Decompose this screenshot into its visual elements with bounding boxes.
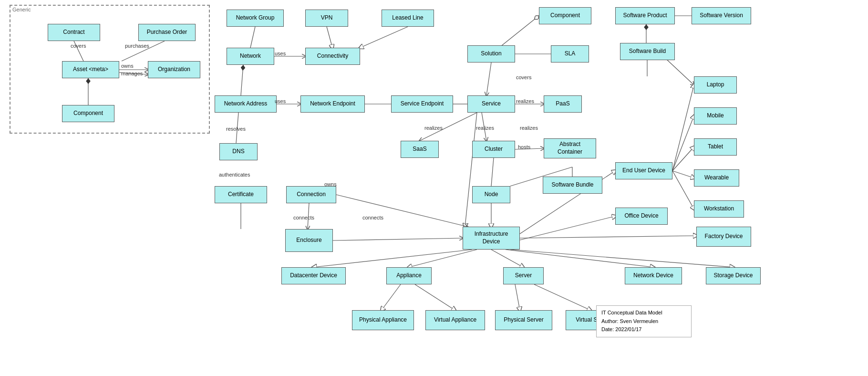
purchases-label: purchases <box>125 43 149 49</box>
svg-line-50 <box>520 216 615 240</box>
physical-server-node: Physical Server <box>495 310 552 330</box>
software-version-node: Software Version <box>692 7 751 24</box>
saas-node: SaaS <box>401 141 439 158</box>
datacenter-device-node: Datacenter Device <box>281 267 346 284</box>
abstract-container-node: Abstract Container <box>544 138 596 158</box>
authenticates-label: authenticates <box>219 172 250 178</box>
owns-label-2: owns <box>324 181 337 187</box>
software-product-node: Software Product <box>615 7 675 24</box>
paas-node: PaaS <box>544 95 582 113</box>
physical-appliance-node: Physical Appliance <box>352 310 414 330</box>
covers-label: covers <box>71 43 86 49</box>
factory-device-node: Factory Device <box>696 227 751 247</box>
appliance-node: Appliance <box>386 267 432 284</box>
svg-line-46 <box>672 147 694 171</box>
svg-line-5 <box>250 27 255 48</box>
certificate-node: Certificate <box>215 186 267 203</box>
svg-line-48 <box>672 171 694 209</box>
component-main-node: Component <box>539 7 591 24</box>
component-generic-node: Component <box>62 105 114 122</box>
virtual-appliance-node: Virtual Appliance <box>425 310 485 330</box>
uses-label-1: uses <box>275 51 286 56</box>
end-user-device-node: End User Device <box>615 162 672 179</box>
svg-line-9 <box>241 65 243 95</box>
svg-line-36 <box>382 284 401 310</box>
realizes-label-2: realizes <box>424 125 443 131</box>
node-node: Node <box>472 186 510 203</box>
network-device-node: Network Device <box>625 267 682 284</box>
vpn-node: VPN <box>305 10 348 27</box>
uses-label-2: uses <box>275 98 286 104</box>
manages-label: manages <box>121 71 143 76</box>
diagram: Generic <box>0 0 868 376</box>
sla-node: SLA <box>551 45 589 63</box>
svg-line-27 <box>336 195 467 227</box>
svg-line-21 <box>491 158 494 186</box>
connects-label-1: connects <box>293 215 314 220</box>
tablet-node: Tablet <box>694 138 737 156</box>
laptop-node: Laptop <box>694 76 737 94</box>
resolves-label: resolves <box>226 126 246 132</box>
svg-line-31 <box>313 250 472 267</box>
svg-line-25 <box>465 113 477 227</box>
svg-line-37 <box>415 284 455 310</box>
svg-line-16 <box>486 63 491 95</box>
network-endpoint-node: Network Endpoint <box>300 95 365 113</box>
svg-line-32 <box>409 250 477 267</box>
enclosure-node: Enclosure <box>285 229 333 252</box>
storage-device-node: Storage Device <box>706 267 761 284</box>
svg-line-7 <box>360 27 408 48</box>
generic-label: Generic <box>12 7 31 12</box>
connection-node: Connection <box>286 186 336 203</box>
svg-line-47 <box>672 171 694 178</box>
leased-line-node: Leased Line <box>382 10 434 27</box>
server-node: Server <box>503 267 544 284</box>
svg-line-26 <box>333 238 463 240</box>
infrastructure-device-node: Infrastructure Device <box>463 227 520 250</box>
service-node: Service <box>467 95 515 113</box>
realizes-label-4: realizes <box>520 125 538 131</box>
network-address-node: Network Address <box>215 95 277 113</box>
svg-line-49 <box>520 236 696 238</box>
realizes-label-3: realizes <box>476 125 494 131</box>
software-bundle-node: Software Bundle <box>543 177 602 194</box>
organization-node: Organization <box>148 61 200 78</box>
svg-line-33 <box>491 250 523 267</box>
solution-node: Solution <box>467 45 515 63</box>
realizes-label-1: realizes <box>516 98 534 104</box>
svg-line-34 <box>506 250 653 267</box>
asset-meta-node: Asset <meta> <box>62 61 119 78</box>
svg-line-6 <box>327 27 332 48</box>
network-node: Network <box>227 48 274 65</box>
workstation-node: Workstation <box>694 200 744 218</box>
mobile-node: Mobile <box>694 107 737 125</box>
connectivity-node: Connectivity <box>305 48 360 65</box>
owns-label: owns <box>121 63 134 69</box>
dns-node: DNS <box>219 143 258 160</box>
svg-line-35 <box>510 250 733 267</box>
network-group-node: Network Group <box>227 10 284 27</box>
office-device-node: Office Device <box>615 208 668 225</box>
service-endpoint-node: Service Endpoint <box>391 95 453 113</box>
svg-line-45 <box>672 116 694 171</box>
wearable-node: Wearable <box>694 169 739 187</box>
software-build-node: Software Build <box>620 43 675 60</box>
contract-node: Contract <box>48 24 100 41</box>
hosts-label: hosts <box>518 144 530 150</box>
cluster-node: Cluster <box>472 141 515 158</box>
svg-line-44 <box>672 85 694 171</box>
svg-line-38 <box>515 284 520 310</box>
covers-label-2: covers <box>516 74 531 80</box>
svg-line-39 <box>534 284 590 310</box>
purchase-order-node: Purchase Order <box>138 24 196 41</box>
info-box: IT Conceptual Data Model Author: Sven Ve… <box>596 305 692 337</box>
connects-label-2: connects <box>362 215 383 220</box>
